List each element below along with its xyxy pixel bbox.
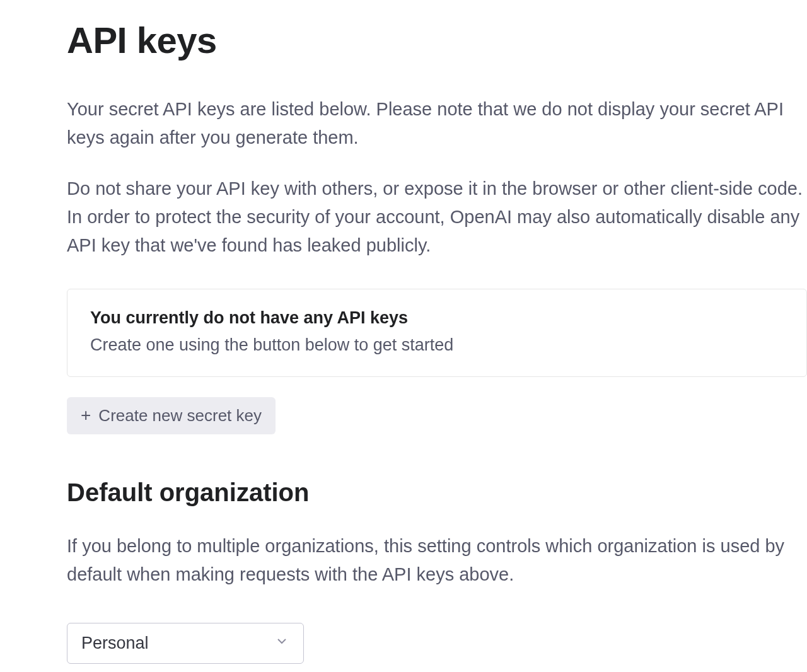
create-secret-key-button[interactable]: + Create new secret key: [67, 397, 276, 434]
empty-state-subtitle: Create one using the button below to get…: [90, 335, 784, 355]
create-key-label: Create new secret key: [98, 406, 262, 426]
page-title: API keys: [67, 19, 807, 61]
plus-icon: +: [81, 407, 91, 424]
organization-selected-value: Personal: [81, 634, 149, 653]
default-org-heading: Default organization: [67, 478, 807, 507]
empty-state-box: You currently do not have any API keys C…: [67, 289, 807, 377]
chevron-down-icon: [274, 634, 289, 653]
empty-state-title: You currently do not have any API keys: [90, 308, 784, 328]
default-org-description: If you belong to multiple organizations,…: [67, 532, 807, 589]
intro-paragraph-1: Your secret API keys are listed below. P…: [67, 95, 807, 152]
organization-select[interactable]: Personal: [67, 623, 304, 664]
intro-paragraph-2: Do not share your API key with others, o…: [67, 175, 807, 260]
